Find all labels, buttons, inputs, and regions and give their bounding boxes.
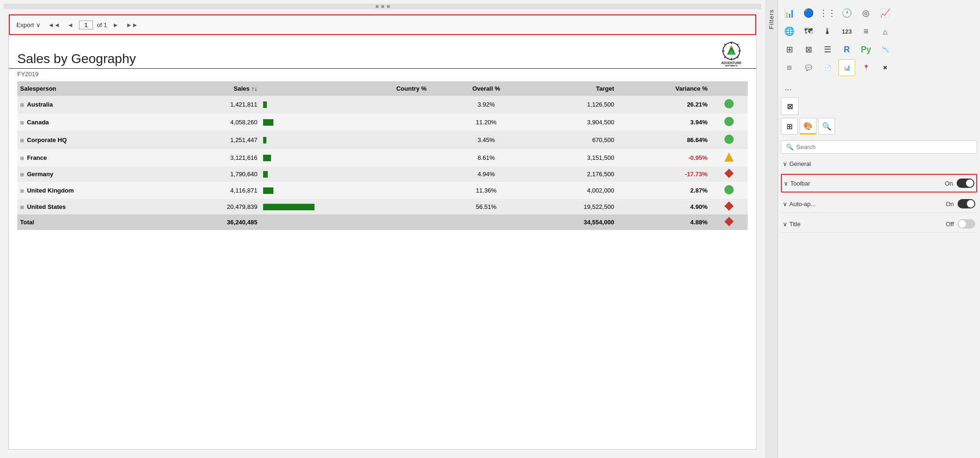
funnel-icon[interactable]: 🔵	[800, 5, 817, 21]
bar-chart-icon[interactable]: 📊	[781, 5, 798, 21]
title-section-label[interactable]: ∨ Title	[783, 221, 801, 228]
donut-icon[interactable]: ◎	[858, 5, 874, 21]
format-tabs: ⊞ 🎨 🔍	[781, 118, 977, 135]
row-target: 3,151,500	[523, 149, 617, 167]
slicer-icon[interactable]: ☰	[819, 41, 836, 58]
visualization-icons-grid: 📊 🔵 ⋮⋮ 🕐 ◎ 📈 🌐 🗺 🌡 123 ≡ △ ⊞ ⊠ ☰ R Py �	[781, 3, 977, 78]
toolbar-section-label[interactable]: ∨ Toolbar	[784, 180, 810, 187]
expand-icon[interactable]: ⊞	[20, 156, 24, 161]
col-header-variance[interactable]: Variance %	[617, 81, 710, 96]
auto-ap-toggle[interactable]	[958, 199, 975, 208]
matrix-icon[interactable]: ⊞	[781, 41, 798, 58]
format-tab[interactable]: 🎨	[800, 118, 816, 135]
report-area: Export ∨ ◄◄ ◄ of 1 ► ►► Sales by Geograp…	[8, 14, 757, 450]
footer-sales: 36,240,485	[167, 215, 260, 230]
search-input[interactable]	[796, 143, 972, 150]
more-visuals-dots[interactable]: ...	[781, 81, 977, 94]
row-bar	[260, 182, 374, 200]
line-chart-icon[interactable]: 📈	[877, 5, 894, 21]
col-header-country-pct[interactable]: Country %	[374, 81, 449, 96]
card-123-icon[interactable]: 123	[838, 23, 855, 40]
report-header: Sales by Geography	[9, 35, 756, 69]
expand-icon[interactable]: ⊞	[20, 120, 24, 125]
expand-icon[interactable]: ⊞	[20, 205, 24, 210]
gauge-icon[interactable]: 🌡	[819, 23, 836, 40]
row-variance: -17.73%	[617, 167, 710, 182]
filters-label: Filters	[768, 9, 775, 29]
row-bar	[260, 167, 374, 182]
row-overall-pct: 3.92%	[449, 96, 523, 114]
row-bar	[260, 114, 374, 131]
svg-line-6	[737, 57, 738, 58]
expand-icon[interactable]: ⊞	[20, 188, 24, 193]
map-icon[interactable]: 🌐	[781, 23, 798, 40]
row-country-pct	[374, 167, 449, 182]
row-variance: -0.95%	[617, 149, 710, 167]
toolbar-toggle-right: On	[945, 179, 974, 188]
row-salesperson: ⊞ Australia	[17, 96, 167, 114]
paginated-report-icon[interactable]: 📊	[838, 59, 855, 76]
nav-prev-button[interactable]: ◄	[65, 21, 75, 29]
table-icon[interactable]: ≡	[858, 23, 874, 40]
auto-ap-section: ∨ Auto-ap... On	[781, 195, 977, 213]
table-row: ⊞ Germany 1,790,640 4.94% 2,176,500 -17.…	[17, 167, 748, 182]
title-toggle[interactable]	[958, 219, 975, 229]
narrative-icon[interactable]: 📄	[819, 59, 836, 76]
table-row: ⊞ Australia 1,421,811 3.92% 1,126,500 26…	[17, 96, 748, 114]
nav-last-button[interactable]: ►►	[124, 21, 140, 29]
page-input[interactable]	[79, 21, 93, 29]
paginated-icon[interactable]: ⊟	[781, 59, 798, 76]
row-indicator	[710, 167, 748, 182]
fields-tab[interactable]: ⊞	[781, 118, 798, 135]
search-box[interactable]: 🔍	[781, 140, 977, 154]
row-indicator	[710, 131, 748, 149]
row-variance: 2.87%	[617, 182, 710, 200]
footer-country-pct	[374, 215, 449, 230]
azure-map-icon[interactable]: ✖	[877, 59, 894, 76]
col-header-salesperson[interactable]: Salesperson	[17, 81, 167, 96]
export-button[interactable]: Export ∨	[14, 21, 43, 29]
row-target: 3,904,500	[523, 114, 617, 131]
table-row: ⊞ Corporate HQ 1,251,447 3.45% 670,500 8…	[17, 131, 748, 149]
decomp-tree-icon[interactable]: 📉	[877, 41, 894, 58]
row-salesperson: ⊞ United Kingdom	[17, 182, 167, 200]
toolbar-toggle[interactable]	[957, 179, 974, 188]
auto-ap-section-label[interactable]: ∨ Auto-ap...	[783, 200, 815, 208]
kpi-icon[interactable]: ⊠	[800, 41, 817, 58]
resize-handle[interactable]	[4, 4, 761, 9]
svg-line-8	[724, 57, 726, 58]
general-section-header[interactable]: ∨ General	[781, 157, 977, 171]
shape-map-icon[interactable]: 🗺	[800, 23, 817, 40]
scatter-icon[interactable]: ⋮⋮	[819, 5, 836, 21]
nav-first-button[interactable]: ◄◄	[46, 21, 62, 29]
analytics-tab[interactable]: 🔍	[818, 118, 835, 135]
python-visual-icon[interactable]: Py	[858, 41, 874, 58]
row-target: 2,176,500	[523, 167, 617, 182]
analytics-icon: 🔍	[822, 122, 831, 131]
nav-next-button[interactable]: ►	[111, 21, 121, 29]
row-country-pct	[374, 114, 449, 131]
expand-icon[interactable]: ⊞	[20, 102, 24, 107]
map2-icon[interactable]: 📍	[858, 59, 874, 76]
smart-narrative-icon[interactable]: 💬	[800, 59, 817, 76]
row-indicator	[710, 96, 748, 114]
title-toggle-right: Off	[946, 219, 975, 229]
row-overall-pct: 56.51%	[449, 200, 523, 215]
row-variance: 26.21%	[617, 96, 710, 114]
table-header-row: Salesperson Sales ↑↓ Country % Overall %…	[17, 81, 748, 96]
auto-ap-toggle-right: On	[946, 199, 975, 208]
expand-icon[interactable]: ⊞	[20, 172, 24, 177]
row-bar	[260, 96, 374, 114]
expand-icon[interactable]: ⊞	[20, 138, 24, 143]
col-header-target[interactable]: Target	[523, 81, 617, 96]
waterfall-icon[interactable]: △	[877, 23, 894, 40]
export-label: Export	[16, 21, 34, 29]
r-visual-icon[interactable]: R	[838, 41, 855, 58]
row-country-pct	[374, 182, 449, 200]
right-section: Filters 📊 🔵 ⋮⋮ 🕐 ◎ 📈 🌐 🗺 🌡 123 ≡ △	[765, 0, 980, 458]
col-header-sales[interactable]: Sales ↑↓	[167, 81, 260, 96]
row-sales: 4,058,260	[167, 114, 260, 131]
pie-chart-icon[interactable]: 🕐	[838, 5, 855, 21]
col-header-overall-pct[interactable]: Overall %	[449, 81, 523, 96]
row-variance: 86.64%	[617, 131, 710, 149]
